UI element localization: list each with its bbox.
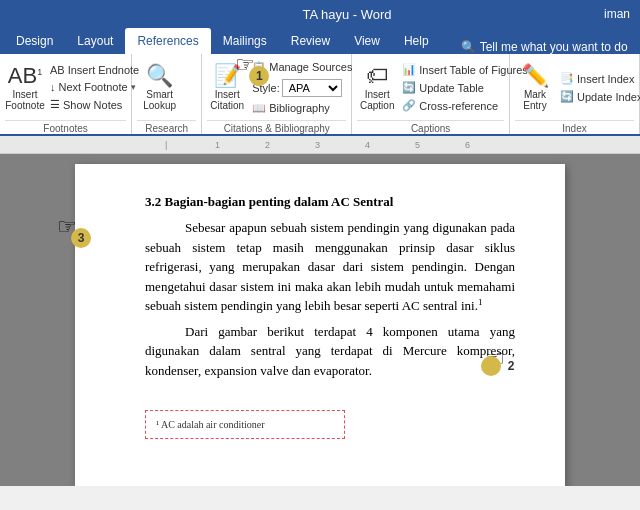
paragraph-1: Sebesar apapun sebuah sistem pendingin y… <box>145 218 515 316</box>
tab-review[interactable]: Review <box>279 28 342 54</box>
footnotes-group: AB1 InsertFootnote AB Insert Endnote ↓ N… <box>0 54 132 134</box>
smart-lookup-icon: 🔍 <box>146 65 173 87</box>
footnote-text: ¹ AC adalah air conditioner <box>156 419 334 430</box>
captions-group: 🏷 InsertCaption 📊 Insert Table of Figure… <box>352 54 510 134</box>
table-of-figures-icon: 📊 <box>402 63 416 76</box>
section-heading: 3.2 Bagian-bagian penting dalam AC Sentr… <box>145 194 515 210</box>
paragraph-2: Dari gambar berikut terdapat 4 komponen … <box>145 322 515 381</box>
footnotes-label: Footnotes <box>5 120 126 134</box>
citation-icon: 📝 <box>214 65 241 87</box>
insert-footnote-button[interactable]: AB1 InsertFootnote <box>5 58 45 118</box>
mark-entry-icon: ✏️ <box>522 65 549 87</box>
tab-design[interactable]: Design <box>4 28 65 54</box>
cursor-3-overlay: ☞ 3 <box>57 214 77 240</box>
insert-caption-button[interactable]: 🏷 InsertCaption <box>357 58 397 118</box>
insert-endnote-button[interactable]: AB Insert Endnote <box>47 62 142 78</box>
show-notes-icon: ☰ <box>50 98 60 111</box>
bibliography-icon: 📖 <box>252 102 266 115</box>
document-area: 3.2 Bagian-bagian penting dalam AC Sentr… <box>0 154 640 486</box>
tab-help[interactable]: Help <box>392 28 441 54</box>
style-selector[interactable]: Style: APA MLA Chicago <box>249 77 355 99</box>
index-label: Index <box>515 120 634 134</box>
update-index-button[interactable]: 🔄 Update Index <box>557 88 640 105</box>
tab-references[interactable]: References <box>125 28 210 54</box>
insert-index-icon: 📑 <box>560 72 574 85</box>
section-number: 3.2 <box>145 194 161 209</box>
insert-index-button[interactable]: 📑 Insert Index <box>557 70 640 87</box>
citations-label: Citations & Bibliography <box>207 120 346 134</box>
style-dropdown[interactable]: APA MLA Chicago <box>282 79 342 97</box>
research-label: Research <box>137 120 196 134</box>
next-footnote-icon: ↓ <box>50 81 56 93</box>
caption-icon: 🏷 <box>366 65 388 87</box>
mark-entry-button[interactable]: ✏️ MarkEntry <box>515 58 555 118</box>
cross-reference-icon: 🔗 <box>402 99 416 112</box>
user-name: iman <box>604 7 630 21</box>
ribbon-tab-bar: Design Layout References Mailings Review… <box>0 28 640 54</box>
show-notes-button[interactable]: ☰ Show Notes <box>47 96 142 113</box>
citations-group: ☞ 1 📝 InsertCitation 📋 Manage Sources St… <box>202 54 352 134</box>
footnote-box: ¹ AC adalah air conditioner <box>145 410 345 439</box>
captions-label: Captions <box>357 120 504 134</box>
insert-citation-button[interactable]: 📝 InsertCitation <box>207 58 247 118</box>
footnote-icon: AB1 <box>8 65 42 87</box>
footnote-ref: 1 <box>478 297 483 307</box>
research-group: 🔍 SmartLookup Research <box>132 54 202 134</box>
document-page: 3.2 Bagian-bagian penting dalam AC Sentr… <box>75 164 565 486</box>
smart-lookup-button[interactable]: 🔍 SmartLookup <box>137 58 182 118</box>
index-group: ✏️ MarkEntry 📑 Insert Index 🔄 Update Ind… <box>510 54 640 134</box>
next-footnote-button[interactable]: ↓ Next Footnote ▾ <box>47 79 142 95</box>
update-table-icon: 🔄 <box>402 81 416 94</box>
update-index-icon: 🔄 <box>560 90 574 103</box>
manage-sources-icon: 📋 <box>252 61 266 74</box>
manage-sources-button[interactable]: 📋 Manage Sources <box>249 59 355 76</box>
section-title: Bagian-bagian penting dalam AC Sentral <box>165 194 394 209</box>
style-label: Style: <box>252 82 280 94</box>
document-title: TA hayu - Word <box>90 7 604 22</box>
footnote-section: ¹ AC adalah air conditioner <box>145 410 515 439</box>
tab-view[interactable]: View <box>342 28 392 54</box>
ribbon: AB1 InsertFootnote AB Insert Endnote ↓ N… <box>0 54 640 136</box>
tab-layout[interactable]: Layout <box>65 28 125 54</box>
endnote-icon: AB <box>50 64 65 76</box>
bibliography-button[interactable]: 📖 Bibliography <box>249 100 355 117</box>
ruler: | 1 2 3 4 5 6 <box>0 136 640 154</box>
tell-me-bar[interactable]: 🔍 Tell me what you want to do <box>461 40 628 54</box>
title-bar: TA hayu - Word iman <box>0 0 640 28</box>
tab-mailings[interactable]: Mailings <box>211 28 279 54</box>
